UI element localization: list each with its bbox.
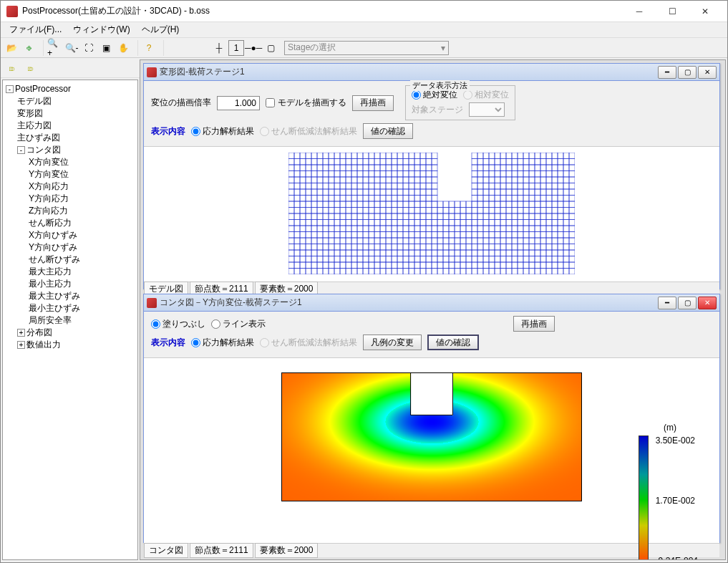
- tree-contour-item[interactable]: X方向ひずみ: [6, 229, 135, 241]
- tree-contour-item[interactable]: せん断ひずみ: [6, 254, 135, 266]
- deform-window-title: 変形図-載荷ステージ1: [160, 66, 656, 78]
- mdi-workspace: 変形図-載荷ステージ1 ━ ▢ ✕ 変位の描画倍率 モデルを描画する 再描画 デ…: [140, 59, 726, 560]
- zoom-out-icon[interactable]: 🔍-: [64, 40, 79, 56]
- tree-contour-item[interactable]: Y方向変位: [6, 168, 135, 181]
- help-icon[interactable]: ?: [141, 40, 157, 56]
- mdi-minimize-icon[interactable]: ━: [658, 297, 676, 309]
- title-bar: PostProcessor(土留め工の設計・3DCAD) - b.oss ─ ☐…: [1, 1, 727, 22]
- status-model-2: コンタ図: [144, 543, 188, 558]
- rel-disp-radio: 相対変位: [463, 89, 509, 101]
- scale-min: -9.34E-004: [656, 556, 698, 560]
- close-button[interactable]: ✕: [689, 1, 722, 22]
- pan-icon[interactable]: ✋: [115, 40, 131, 56]
- fill-radio[interactable]: 塗りつぶし: [151, 318, 205, 330]
- tree-stress[interactable]: 主応力図: [6, 120, 135, 132]
- target-stage-label: 対象ステージ: [412, 104, 463, 116]
- contour-window-titlebar[interactable]: コンタ図－Y方向変位-載荷ステージ1 ━ ▢ ✕: [144, 294, 719, 312]
- legend-change-button[interactable]: 凡例の変更: [363, 335, 422, 350]
- data-display-group-label: データ表示方法: [410, 80, 470, 91]
- zoom-window-icon[interactable]: ⛶: [81, 40, 97, 56]
- contour-status-bar: コンタ図 節点数＝2111 要素数＝2000: [144, 543, 719, 557]
- minimize-button[interactable]: ─: [623, 1, 656, 22]
- stress-result-radio[interactable]: 応力解析結果: [191, 125, 254, 138]
- shear-result-radio-2: せん断低減法解析結果: [260, 337, 357, 349]
- tree-contour-item[interactable]: Y方向ひずみ: [6, 241, 135, 254]
- color-scale-bar: [639, 436, 649, 560]
- stress-result-radio-2[interactable]: 応力解析結果: [191, 337, 254, 349]
- tree-contour-item[interactable]: Y方向応力: [6, 193, 135, 205]
- scale-label: 変位の描画倍率: [151, 97, 211, 109]
- redraw-button[interactable]: 再描画: [352, 95, 394, 111]
- tree-contour[interactable]: -コンタ図: [6, 144, 135, 156]
- deform-window: 変形図-載荷ステージ1 ━ ▢ ✕ 変位の描画倍率 モデルを描画する 再描画 デ…: [143, 63, 720, 289]
- tree-deform[interactable]: 変形図: [6, 107, 135, 120]
- tree-icon-2[interactable]: ⎄: [22, 60, 38, 76]
- unit-label: (m): [664, 423, 676, 433]
- tree-model[interactable]: モデル図: [6, 95, 135, 107]
- stage-select-placeholder: Stageの選択: [288, 42, 336, 54]
- mdi-minimize-icon[interactable]: ━: [658, 66, 676, 79]
- slider-icon[interactable]: ─●─: [246, 40, 261, 56]
- mdi-close-icon[interactable]: ✕: [698, 297, 717, 309]
- menu-bar: ファイル(F)... ウィンドウ(W) ヘルプ(H): [1, 22, 727, 38]
- color-scale: 3.50E-002 1.70E-002 -9.34E-004: [639, 436, 698, 560]
- line-radio[interactable]: ライン表示: [211, 318, 266, 330]
- chevron-down-icon: ▾: [441, 43, 445, 53]
- menu-window[interactable]: ウィンドウ(W): [67, 22, 135, 37]
- contour-window-title: コンタ図－Y方向変位-載荷ステージ1: [160, 297, 656, 309]
- tree-contour-item[interactable]: X方向変位: [6, 156, 135, 168]
- window-title: PostProcessor(土留め工の設計・3DCAD) - b.oss: [22, 5, 623, 17]
- status-elems-2: 要素数＝2000: [255, 543, 319, 558]
- tree-contour-item[interactable]: 最小主応力: [6, 278, 135, 290]
- scale-max: 3.50E-002: [656, 436, 698, 446]
- display-content-label: 表示内容: [151, 125, 185, 138]
- tree-root[interactable]: -PostProcessor: [6, 83, 135, 95]
- marker1-icon[interactable]: ┼: [211, 40, 227, 56]
- confirm-value-button[interactable]: 値の確認: [363, 123, 413, 139]
- menu-help[interactable]: ヘルプ(H): [136, 22, 185, 37]
- menu-file[interactable]: ファイル(F)...: [4, 22, 67, 37]
- window-icon: [147, 67, 157, 77]
- mesh-canvas: [288, 153, 575, 274]
- contour-canvas: [281, 372, 582, 501]
- scale-input[interactable]: [217, 96, 260, 110]
- status-nodes-2: 節点数＝2111: [190, 543, 253, 558]
- scale-mid: 1.70E-002: [656, 496, 698, 506]
- tree-contour-item[interactable]: X方向応力: [6, 181, 135, 193]
- tree-panel: -PostProcessor モデル図 変形図 主応力図 主ひずみ図 -コンタ図…: [2, 80, 138, 560]
- confirm-value-button-2[interactable]: 値の確認: [427, 335, 479, 350]
- mdi-close-icon[interactable]: ✕: [698, 66, 717, 79]
- tree-icon-1[interactable]: ⎄: [4, 60, 19, 76]
- sidebar-toolbar: ⎄ ⎄: [1, 58, 140, 78]
- tree-contour-item[interactable]: 最大主応力: [6, 266, 135, 278]
- draw-model-checkbox[interactable]: モデルを描画する: [266, 97, 346, 109]
- shear-result-radio: せん断低減法解析結果: [260, 125, 357, 138]
- mdi-maximize-icon[interactable]: ▢: [678, 66, 697, 79]
- main-toolbar: 📂 ⎆ 🔍+ 🔍- ⛶ ▣ ✋ ? ┼ 1 ─●─ ▢ Stageの選択 ▾: [1, 38, 727, 58]
- target-stage-select: [469, 102, 505, 117]
- tree-contour-item[interactable]: Z方向応力: [6, 205, 135, 217]
- zoom-in-icon[interactable]: 🔍+: [47, 40, 62, 56]
- window-icon: [147, 298, 157, 308]
- tree-contour-item[interactable]: 局所安全率: [6, 314, 135, 327]
- deform-window-titlebar[interactable]: 変形図-載荷ステージ1 ━ ▢ ✕: [144, 64, 719, 81]
- open-icon[interactable]: 📂: [4, 40, 19, 56]
- stage-select[interactable]: Stageの選択 ▾: [284, 41, 449, 55]
- display-content-label-2: 表示内容: [151, 337, 185, 349]
- tree-contour-item[interactable]: 最小主ひずみ: [6, 302, 135, 314]
- fit-icon[interactable]: ▣: [98, 40, 114, 56]
- maximize-button[interactable]: ☐: [656, 1, 689, 22]
- tree-contour-item[interactable]: せん断応力: [6, 217, 135, 229]
- tree-numout[interactable]: +数値出力: [6, 339, 135, 351]
- app-icon: [6, 6, 18, 17]
- one-icon[interactable]: 1: [228, 40, 244, 56]
- tree-dist[interactable]: +分布図: [6, 327, 135, 339]
- square-icon[interactable]: ▢: [263, 40, 278, 56]
- tree-contour-item[interactable]: 最大主ひずみ: [6, 290, 135, 302]
- contour-window: コンタ図－Y方向変位-載荷ステージ1 ━ ▢ ✕ 塗りつぶし ライン表示 再描画…: [143, 294, 720, 543]
- mdi-maximize-icon[interactable]: ▢: [678, 297, 697, 309]
- redraw-button-2[interactable]: 再描画: [513, 316, 555, 332]
- tree-strain[interactable]: 主ひずみ図: [6, 132, 135, 144]
- exit-icon[interactable]: ⎆: [21, 40, 37, 56]
